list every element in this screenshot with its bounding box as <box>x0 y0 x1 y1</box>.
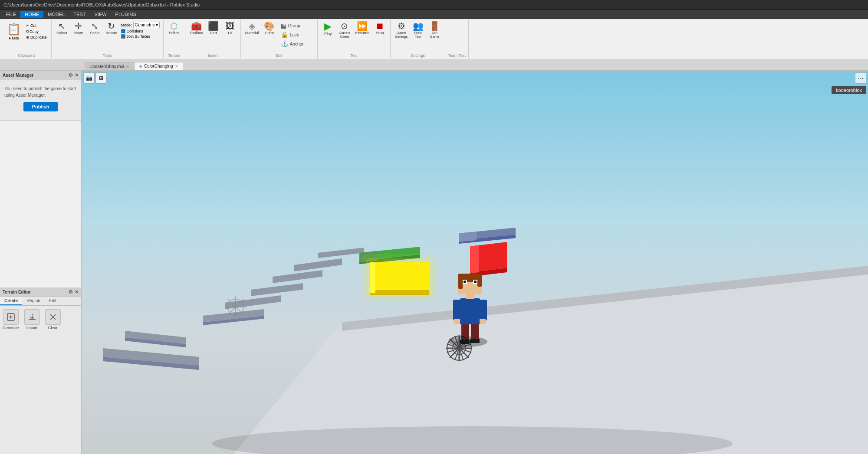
svg-marker-10 <box>251 283 303 296</box>
ui-button[interactable]: 🖼 UI <box>222 21 238 36</box>
tabs-bar: UpdatedObby.rbxl ✕ ◈ ColorChanging ✕ <box>0 60 868 71</box>
insert-items: 🧰 Toolbox ⬛ Part 🖼 UI <box>188 21 238 52</box>
clear-tool[interactable]: Clear <box>45 309 61 330</box>
part-button[interactable]: ⬛ Part <box>206 21 221 36</box>
toolbox-icon: 🧰 <box>191 22 202 30</box>
paste-button[interactable]: 📋 Paste <box>4 21 23 42</box>
terrain-tab-edit[interactable]: Edit <box>45 297 61 305</box>
terrain-tab-create[interactable]: Create <box>0 297 22 305</box>
grid-button[interactable]: ⊞ <box>95 72 107 84</box>
team-test-icon: 👥 <box>413 22 424 30</box>
anchor-button[interactable]: ⚓ Anchor <box>279 40 314 48</box>
svg-marker-11 <box>273 270 322 283</box>
stop-button[interactable]: ⏹ Stop <box>372 21 388 36</box>
asset-manager-close-icon[interactable]: ✕ <box>75 72 79 78</box>
color-button[interactable]: 🎨 Color <box>262 21 277 36</box>
edit-group: ◈ Material 🎨 Color ▦ Group 🔒 Lock <box>241 20 318 59</box>
terrain-tab-region[interactable]: Region <box>22 297 45 305</box>
duplicate-button[interactable]: ⊕ Duplicate <box>24 35 49 40</box>
viewport-toolbar: 📷 ⊞ <box>83 72 107 84</box>
collisions-check-icon <box>121 29 125 33</box>
asset-manager-settings-icon[interactable]: ⚙ <box>69 72 73 78</box>
team-test-button[interactable]: 👥 TeamTest <box>410 21 426 39</box>
terrain-editor-close-icon[interactable]: ✕ <box>75 289 79 295</box>
menu-home[interactable]: HOME <box>20 11 43 18</box>
team-test-group-label: Team Test <box>448 52 466 58</box>
tab-updated-obby-close[interactable]: ✕ <box>126 65 129 69</box>
titlebar: C:\Users\kann\OneDrive\Documents\ROBLOX\… <box>0 0 868 10</box>
generate-tool[interactable]: Generate <box>3 309 19 330</box>
editor-button[interactable]: ⬡ Editor <box>166 21 182 36</box>
svg-rect-46 <box>458 274 463 289</box>
tab-color-changing-close[interactable]: ✕ <box>175 64 178 69</box>
tools-items: ↖ Select ✛ Move ⤡ Scale ↻ Rotate Mo <box>54 21 161 52</box>
edit-options: ▦ Group 🔒 Lock ⚓ Anchor <box>278 21 315 49</box>
viewport-settings-icon: ⋯ <box>858 75 864 82</box>
import-label: Import <box>26 326 38 330</box>
mode-dropdown[interactable]: Geometric ▾ <box>133 22 160 28</box>
camera-button[interactable]: 📷 <box>83 72 95 84</box>
exit-game-button[interactable]: 🚪 ExitGame <box>427 21 442 39</box>
viewport-settings-button[interactable]: ⋯ <box>855 72 866 84</box>
terrain-tools: Generate Import <box>0 306 81 333</box>
select-button[interactable]: ↖ Select <box>54 21 70 36</box>
tab-updated-obby[interactable]: UpdatedObby.rbxl ✕ <box>85 62 134 70</box>
terrain-tabs: Create Region Edit <box>0 297 81 306</box>
tab-color-changing[interactable]: ◈ ColorChanging ✕ <box>134 62 183 70</box>
svg-rect-26 <box>362 254 437 301</box>
game-settings-icon: ⚙ <box>398 22 405 30</box>
collisions-checkbox[interactable]: Collisions <box>121 29 160 33</box>
menu-plugins[interactable]: PLUGINS <box>111 11 141 18</box>
material-icon: ◈ <box>249 22 255 30</box>
import-tool[interactable]: Import <box>24 309 40 330</box>
scale-button[interactable]: ⤡ Scale <box>87 21 103 36</box>
group-icon: ▦ <box>281 23 286 29</box>
menu-model[interactable]: MODEL <box>43 11 69 18</box>
rotate-button[interactable]: ↻ Rotate <box>104 21 119 36</box>
clear-icon <box>45 309 61 325</box>
menu-test[interactable]: TEST <box>69 11 90 18</box>
settings-group: ⚙ GameSettings 👥 TeamTest 🚪 ExitGame Set… <box>391 20 445 59</box>
exit-game-icon: 🚪 <box>429 22 440 30</box>
menu-file[interactable]: FILE <box>2 11 20 18</box>
material-button[interactable]: ◈ Material <box>243 21 261 36</box>
terrain-editor-settings-icon[interactable]: ⚙ <box>69 289 73 295</box>
generate-label: Generate <box>3 326 19 330</box>
lock-button[interactable]: 🔒 Lock <box>279 31 314 39</box>
scale-icon: ⤡ <box>91 22 99 30</box>
paste-icon: 📋 <box>7 23 21 36</box>
clipboard-group: 📋 Paste ✂ Cut ⧉ Copy ⊕ <box>2 20 52 59</box>
game-settings-button[interactable]: ⚙ GameSettings <box>393 21 409 39</box>
move-button[interactable]: ✛ Move <box>71 21 86 36</box>
current-client-button[interactable]: ⊙ CurrentClient <box>337 21 352 39</box>
copy-button[interactable]: ⧉ Copy <box>24 29 49 34</box>
insert-group: 🧰 Toolbox ⬛ Part 🖼 UI Insert <box>185 20 241 59</box>
svg-marker-32 <box>470 245 479 273</box>
settings-items: ⚙ GameSettings 👥 TeamTest 🚪 ExitGame <box>393 21 442 52</box>
svg-rect-39 <box>453 300 461 320</box>
menu-view[interactable]: VIEW <box>90 11 111 18</box>
camera-icon: 📷 <box>86 75 92 81</box>
username-label: kodeoroblox <box>836 88 862 93</box>
viewport[interactable]: 📷 ⊞ ⋯ kodeoroblox <box>82 71 868 454</box>
lock-icon: 🔒 <box>281 32 288 38</box>
toolbox-button[interactable]: 🧰 Toolbox <box>188 21 205 36</box>
clipboard-label: Clipboard <box>4 52 49 58</box>
publish-button[interactable]: Publish <box>23 102 58 111</box>
asset-manager-message: You need to publish the game to start us… <box>4 86 76 98</box>
cut-button[interactable]: ✂ Cut <box>24 23 49 28</box>
clipboard-right: ✂ Cut ⧉ Copy ⊕ Duplicate <box>24 23 49 40</box>
asset-manager-title: Asset Manager <box>3 73 33 78</box>
scene-svg <box>82 71 868 454</box>
group-button[interactable]: ▦ Group <box>279 22 314 30</box>
resume-button[interactable]: ⏩ Resume <box>353 21 372 36</box>
play-icon: ▶ <box>324 22 332 31</box>
join-surfaces-checkbox[interactable]: Join Surfaces <box>121 34 160 39</box>
join-surfaces-check-icon <box>121 34 125 39</box>
anchor-icon: ⚓ <box>281 41 288 47</box>
terrain-editor-header: Terrain Editor ⚙ ✕ <box>0 287 81 297</box>
play-button[interactable]: ▶ Play <box>320 21 336 37</box>
mode-chevron-icon: ▾ <box>156 23 158 27</box>
terrain-editor-title: Terrain Editor <box>3 290 31 294</box>
tools-group: ↖ Select ✛ Move ⤡ Scale ↻ Rotate Mo <box>52 20 164 59</box>
